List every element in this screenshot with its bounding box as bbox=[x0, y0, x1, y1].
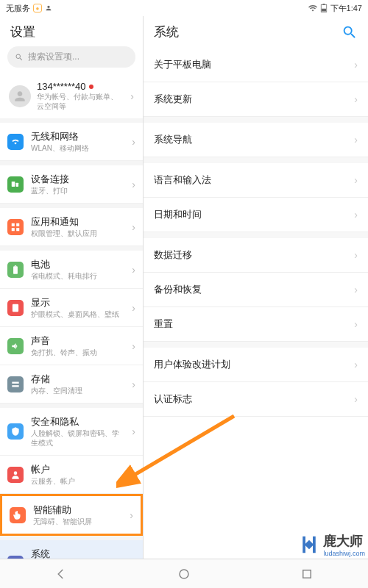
nav-recent-icon[interactable] bbox=[300, 567, 314, 581]
wifi-icon bbox=[308, 4, 317, 12]
item-title: 无线和网络 bbox=[31, 130, 124, 143]
nav-bar bbox=[0, 559, 368, 588]
sound-icon bbox=[7, 338, 24, 354]
avatar bbox=[9, 85, 31, 107]
chevron-right-icon: › bbox=[354, 284, 358, 295]
hand-icon bbox=[10, 507, 26, 523]
search-icon[interactable] bbox=[342, 24, 358, 40]
item-sub: 云服务、帐户 bbox=[31, 476, 124, 486]
carrier-label: 无服务 bbox=[6, 3, 30, 14]
nav-home-icon[interactable] bbox=[177, 567, 191, 581]
chevron-right-icon: › bbox=[130, 509, 133, 521]
svg-rect-10 bbox=[15, 265, 16, 266]
chevron-right-icon: › bbox=[132, 469, 135, 481]
item-sub: 权限管理、默认应用 bbox=[31, 229, 124, 238]
apps-icon bbox=[7, 219, 24, 235]
account-row[interactable]: 134******40 华为帐号、付款与账单、云空间等 › bbox=[0, 74, 143, 123]
sidebar-item-battery[interactable]: 电池省电模式、耗电排行› bbox=[0, 246, 143, 289]
sidebar-item-security[interactable]: 安全和隐私人脸解锁、锁屏和密码、学生模式› bbox=[0, 404, 143, 456]
chevron-right-icon: › bbox=[354, 93, 358, 105]
svg-rect-8 bbox=[16, 228, 19, 231]
person-icon bbox=[45, 4, 52, 12]
sidebar-item-apps[interactable]: 应用和通知权限管理、默认应用› bbox=[0, 204, 143, 246]
system-item[interactable]: 数据迁移› bbox=[144, 232, 368, 273]
right-item-label: 备份和恢复 bbox=[154, 283, 202, 296]
item-sub: WLAN、移动网络 bbox=[31, 143, 124, 153]
svg-rect-9 bbox=[13, 266, 18, 274]
search-placeholder: 搜索设置项... bbox=[28, 51, 79, 63]
chevron-right-icon: › bbox=[354, 209, 358, 220]
item-sub: 省电模式、耗电排行 bbox=[31, 271, 124, 281]
status-bar: 无服务 ● 下午1:47 bbox=[0, 0, 368, 16]
chevron-right-icon: › bbox=[132, 136, 135, 148]
search-input[interactable]: 搜索设置项... bbox=[7, 46, 135, 68]
system-item[interactable]: 日期和时间› bbox=[144, 198, 368, 232]
svg-rect-19 bbox=[302, 570, 311, 578]
chevron-right-icon: › bbox=[132, 379, 135, 390]
item-title: 电池 bbox=[31, 258, 124, 271]
svg-point-18 bbox=[180, 570, 188, 578]
system-right-pane: 系统 关于平板电脑›系统更新›系统导航›语言和输入法›日期和时间›数据迁移›备份… bbox=[144, 16, 368, 559]
devices-icon bbox=[7, 176, 24, 193]
account-icon bbox=[7, 467, 24, 483]
chevron-right-icon: › bbox=[354, 359, 358, 370]
system-item[interactable]: 关于平板电脑› bbox=[144, 48, 368, 82]
chevron-right-icon: › bbox=[354, 59, 358, 71]
search-icon bbox=[15, 53, 24, 62]
svg-rect-7 bbox=[12, 228, 15, 231]
item-sub: 护眼模式、桌面风格、壁纸 bbox=[31, 309, 124, 319]
right-item-label: 数据迁移 bbox=[154, 248, 192, 262]
item-title: 应用和通知 bbox=[31, 215, 124, 229]
chevron-right-icon: › bbox=[132, 426, 135, 437]
chevron-right-icon: › bbox=[130, 90, 134, 102]
sidebar-item-display[interactable]: 显示护眼模式、桌面风格、壁纸› bbox=[0, 289, 143, 327]
battery-icon bbox=[320, 4, 328, 12]
svg-rect-4 bbox=[16, 182, 18, 186]
system-item[interactable]: 备份和恢复› bbox=[144, 273, 368, 307]
sidebar-item-account[interactable]: 帐户云服务、帐户› bbox=[0, 456, 143, 494]
sidebar-item-storage[interactable]: 存储内存、空间清理› bbox=[0, 365, 143, 404]
sidebar-item-hand[interactable]: 智能辅助无障碍、智能识屏› bbox=[0, 494, 143, 536]
system-item[interactable]: 系统导航› bbox=[144, 117, 368, 157]
system-item[interactable]: 用户体验改进计划› bbox=[144, 342, 368, 382]
chevron-right-icon: › bbox=[354, 318, 358, 330]
svg-rect-12 bbox=[12, 381, 18, 383]
chevron-right-icon: › bbox=[132, 264, 135, 276]
chevron-right-icon: › bbox=[132, 302, 135, 314]
right-item-label: 用户体验改进计划 bbox=[154, 358, 230, 371]
account-name: 134******40 bbox=[37, 81, 86, 92]
time-label: 下午1:47 bbox=[330, 3, 362, 14]
settings-left-pane: 设置 搜索设置项... 134******40 华为帐号、付款与账单、云空间等 … bbox=[0, 16, 144, 559]
svg-rect-11 bbox=[13, 304, 18, 312]
sidebar-item-sound[interactable]: 声音免打扰、铃声、振动› bbox=[0, 327, 143, 365]
page-title: 设置 bbox=[10, 24, 35, 40]
sidebar-item-wifi[interactable]: 无线和网络WLAN、移动网络› bbox=[0, 123, 143, 161]
watermark-text: 鹿大师 bbox=[323, 532, 365, 550]
item-title: 智能辅助 bbox=[33, 503, 122, 517]
chevron-right-icon: › bbox=[354, 174, 358, 186]
right-item-label: 日期和时间 bbox=[154, 208, 202, 221]
nav-back-icon[interactable] bbox=[54, 567, 68, 581]
item-title: 系统 bbox=[31, 548, 124, 559]
display-icon bbox=[7, 300, 24, 316]
watermark-sub: ludashiwj.com bbox=[323, 550, 365, 557]
svg-rect-6 bbox=[16, 223, 19, 226]
item-title: 安全和隐私 bbox=[31, 415, 124, 429]
chevron-right-icon: › bbox=[354, 249, 358, 261]
svg-rect-1 bbox=[322, 4, 325, 5]
item-sub: 内存、空间清理 bbox=[31, 386, 124, 395]
system-item[interactable]: 重置› bbox=[144, 307, 368, 342]
account-sub: 华为帐号、付款与账单、云空间等 bbox=[37, 92, 124, 111]
svg-rect-3 bbox=[12, 181, 15, 186]
chevron-right-icon: › bbox=[354, 393, 358, 405]
storage-icon bbox=[7, 376, 24, 392]
right-title: 系统 bbox=[154, 24, 179, 40]
system-item[interactable]: 系统更新› bbox=[144, 82, 368, 117]
system-item[interactable]: 语言和输入法› bbox=[144, 157, 368, 198]
watermark-logo-icon bbox=[298, 534, 320, 556]
sidebar-item-devices[interactable]: 设备连接蓝牙、打印› bbox=[0, 161, 143, 204]
right-item-label: 认证标志 bbox=[154, 392, 192, 406]
system-item[interactable]: 认证标志› bbox=[144, 382, 368, 417]
sidebar-item-system[interactable]: 系统系统导航、系统更新、关于平板、语言和输入法› bbox=[0, 536, 143, 559]
wifi-icon bbox=[7, 134, 24, 150]
